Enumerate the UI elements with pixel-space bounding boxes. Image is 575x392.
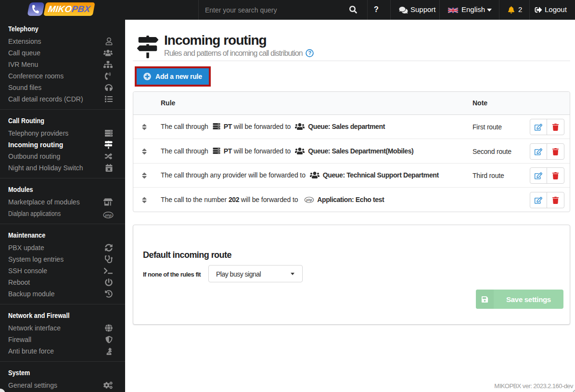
svg-text:php: php xyxy=(306,198,313,202)
svg-text:?: ? xyxy=(308,50,311,56)
svg-text:php: php xyxy=(104,213,112,217)
